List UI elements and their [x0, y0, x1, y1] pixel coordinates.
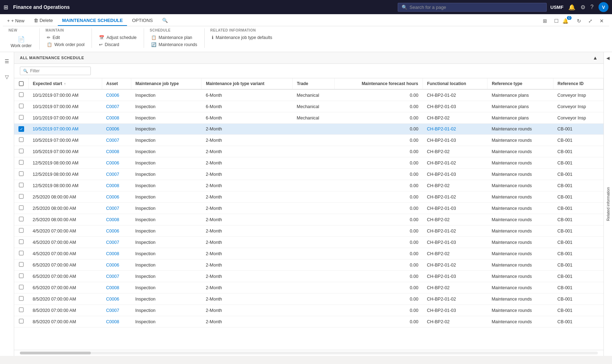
cell-asset[interactable]: C0008: [102, 180, 131, 191]
ribbon-tool-grid[interactable]: ⊞: [540, 16, 550, 26]
table-row[interactable]: 10/5/2019 07:00:00 AMC0007Inspection2-Mo…: [14, 135, 603, 146]
search-bar[interactable]: 🔍: [398, 3, 547, 12]
cell-asset[interactable]: C0006: [102, 89, 131, 101]
row-checkbox-cell[interactable]: [14, 180, 28, 191]
asset-link[interactable]: C0008: [106, 251, 119, 256]
table-row[interactable]: 10/5/2019 07:00:00 AMC0008Inspection2-Mo…: [14, 146, 603, 157]
cell-asset[interactable]: C0008: [102, 112, 131, 124]
asset-link[interactable]: C0008: [106, 217, 119, 222]
cell-functional-location[interactable]: CH-BP2-02: [423, 146, 487, 157]
asset-link[interactable]: C0007: [106, 172, 119, 177]
table-row[interactable]: 6/5/2020 07:00:00 AMC0008Inspection2-Mon…: [14, 282, 603, 293]
unchecked-checkbox[interactable]: [19, 251, 24, 256]
cell-asset[interactable]: C0007: [102, 101, 131, 112]
row-checkbox-cell[interactable]: [14, 214, 28, 225]
unchecked-checkbox[interactable]: [19, 217, 24, 222]
cell-functional-location[interactable]: CH-BP2-01-03: [423, 271, 487, 282]
row-checkbox-cell[interactable]: [14, 305, 28, 316]
maintenance-plan-button[interactable]: 📋 Maintenance plan: [150, 34, 199, 41]
ribbon-tool-notifications[interactable]: 🔔0: [563, 16, 572, 26]
row-checkbox-cell[interactable]: [14, 112, 28, 124]
cell-asset[interactable]: C0007: [102, 169, 131, 180]
unchecked-checkbox[interactable]: [19, 307, 24, 312]
row-checkbox-cell[interactable]: [14, 191, 28, 203]
asset-link[interactable]: C0006: [106, 263, 119, 268]
asset-link[interactable]: C0007: [106, 308, 119, 313]
table-row[interactable]: 2/5/2020 08:00:00 AMC0007Inspection2-Mon…: [14, 203, 603, 214]
asset-link[interactable]: C0008: [106, 116, 119, 121]
unchecked-checkbox[interactable]: [19, 285, 24, 290]
cell-asset[interactable]: C0007: [102, 203, 131, 214]
checked-checkbox[interactable]: ✓: [18, 126, 24, 132]
cell-asset[interactable]: C0008: [102, 282, 131, 293]
unchecked-checkbox[interactable]: [19, 137, 24, 142]
unchecked-checkbox[interactable]: [19, 160, 24, 165]
asset-link[interactable]: C0006: [106, 229, 119, 234]
row-checkbox-cell[interactable]: [14, 101, 28, 112]
row-checkbox-cell[interactable]: [14, 146, 28, 157]
unchecked-checkbox[interactable]: [19, 319, 24, 324]
unchecked-checkbox[interactable]: [19, 92, 24, 97]
cell-functional-location[interactable]: CH-BP2-02: [423, 282, 487, 293]
table-row[interactable]: 8/5/2020 07:00:00 AMC0008Inspection2-Mon…: [14, 316, 603, 327]
table-row[interactable]: 8/5/2020 07:00:00 AMC0006Inspection2-Mon…: [14, 293, 603, 305]
asset-link[interactable]: C0008: [106, 285, 119, 290]
delete-tab-button[interactable]: 🗑 Delete: [29, 16, 57, 26]
cell-asset[interactable]: C0007: [102, 135, 131, 146]
table-row[interactable]: 10/1/2019 07:00:00 AMC0006Inspection6-Mo…: [14, 89, 603, 101]
row-checkbox-cell[interactable]: [14, 225, 28, 237]
work-order-button[interactable]: 📄 Work order: [9, 34, 34, 50]
unchecked-checkbox[interactable]: [19, 273, 24, 278]
options-tab[interactable]: OPTIONS: [128, 16, 157, 26]
work-order-pool-button[interactable]: 📋 Work order pool: [45, 41, 86, 48]
cell-functional-location[interactable]: CH-BP2-01-02: [423, 293, 487, 305]
cell-asset[interactable]: C0006: [102, 259, 131, 271]
cell-functional-location[interactable]: CH-BP2-02: [423, 214, 487, 225]
table-row[interactable]: 12/5/2019 08:00:00 AMC0006Inspection2-Mo…: [14, 157, 603, 169]
unchecked-checkbox[interactable]: [19, 296, 24, 301]
asset-link[interactable]: C0007: [106, 206, 119, 211]
col-maintenance-job-type[interactable]: Maintenance job type: [131, 78, 202, 89]
cell-asset[interactable]: C0008: [102, 248, 131, 259]
asset-link[interactable]: C0008: [106, 183, 119, 188]
ribbon-tool-refresh[interactable]: ↻: [574, 16, 584, 26]
table-row[interactable]: 6/5/2020 07:00:00 AMC0006Inspection2-Mon…: [14, 259, 603, 271]
table-row[interactable]: 6/5/2020 07:00:00 AMC0007Inspection2-Mon…: [14, 271, 603, 282]
unchecked-checkbox[interactable]: [19, 103, 24, 108]
col-variant[interactable]: Maintenance job type variant: [202, 78, 292, 89]
collapse-chevron[interactable]: ▲: [593, 55, 598, 61]
app-grid-icon[interactable]: ⊞: [4, 4, 8, 11]
cell-asset[interactable]: C0006: [102, 124, 131, 135]
cell-asset[interactable]: C0007: [102, 237, 131, 248]
row-checkbox-cell[interactable]: [14, 89, 28, 101]
help-icon[interactable]: ?: [590, 4, 594, 10]
unchecked-checkbox[interactable]: [19, 194, 24, 199]
table-row[interactable]: ✓10/5/2019 07:00:00 AMC0006Inspection2-M…: [14, 124, 603, 135]
cell-asset[interactable]: C0008: [102, 214, 131, 225]
asset-link[interactable]: C0008: [106, 319, 119, 324]
filter-input[interactable]: [30, 68, 88, 73]
asset-link[interactable]: C0006: [106, 93, 119, 98]
cell-functional-location[interactable]: CH-BP2-01-02: [423, 191, 487, 203]
cell-functional-location[interactable]: CH-BP2-01-03: [423, 135, 487, 146]
cell-functional-location[interactable]: CH-BP2-02: [423, 248, 487, 259]
cell-asset[interactable]: C0006: [102, 191, 131, 203]
cell-asset[interactable]: C0006: [102, 225, 131, 237]
cell-functional-location[interactable]: CH-BP2-01-02: [423, 225, 487, 237]
cell-asset[interactable]: C0007: [102, 305, 131, 316]
settings-icon[interactable]: ⚙: [580, 4, 585, 11]
unchecked-checkbox[interactable]: [19, 262, 24, 267]
right-panel-collapse-arrow[interactable]: ◀: [606, 56, 610, 61]
table-row[interactable]: 4/5/2020 07:00:00 AMC0006Inspection2-Mon…: [14, 225, 603, 237]
row-checkbox-cell[interactable]: [14, 203, 28, 214]
table-row[interactable]: 4/5/2020 07:00:00 AMC0007Inspection2-Mon…: [14, 237, 603, 248]
asset-link[interactable]: C0006: [106, 127, 119, 131]
cell-asset[interactable]: C0008: [102, 316, 131, 327]
row-checkbox-cell[interactable]: [14, 259, 28, 271]
filter-sidebar-icon[interactable]: ▽: [1, 71, 13, 83]
hamburger-menu-icon[interactable]: ☰: [1, 56, 13, 67]
col-reference-id[interactable]: Reference ID: [553, 78, 603, 89]
functional-location-link[interactable]: CH-BP2-01-02: [427, 127, 456, 131]
cell-functional-location[interactable]: CH-BP2-01-02: [423, 157, 487, 169]
table-row[interactable]: 10/1/2019 07:00:00 AMC0007Inspection6-Mo…: [14, 101, 603, 112]
